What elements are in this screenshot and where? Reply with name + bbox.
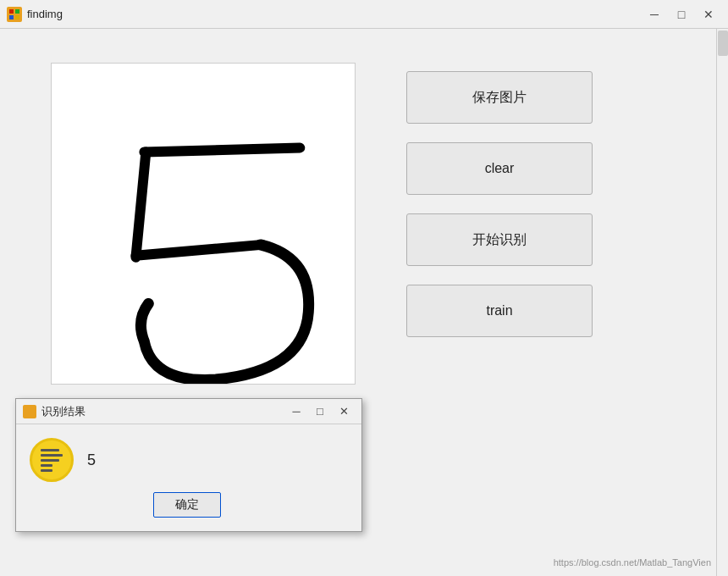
confirm-button[interactable]: 确定 (153, 492, 221, 518)
icon-line-4 (41, 464, 52, 467)
minimize-button[interactable]: ─ (642, 5, 667, 24)
svg-rect-0 (9, 9, 14, 14)
dialog-title-bar: 识别结果 ─ □ ✕ (16, 399, 361, 424)
clear-button[interactable]: clear (406, 142, 593, 195)
watermark: https://blog.csdn.net/Matlab_TangVien (554, 557, 711, 568)
app-title: findimg (27, 8, 642, 20)
drawing-canvas[interactable] (51, 63, 356, 385)
dialog-icon-lines (41, 449, 63, 472)
dialog-controls: ─ □ ✕ (285, 403, 355, 420)
dialog-maximize-button[interactable]: □ (309, 403, 331, 420)
icon-line-3 (41, 459, 59, 462)
close-button[interactable]: ✕ (696, 5, 721, 24)
dialog-info-icon (30, 438, 74, 482)
svg-rect-3 (15, 15, 19, 19)
dialog-footer: 确定 (30, 492, 345, 521)
button-panel: 保存图片 clear 开始识别 train (406, 63, 593, 551)
start-recognize-button[interactable]: 开始识别 (406, 213, 593, 266)
train-button[interactable]: train (406, 285, 593, 337)
icon-line-2 (41, 454, 63, 457)
dialog-body: 5 确定 (16, 424, 361, 531)
icon-line-1 (41, 449, 59, 451)
icon-line-5 (41, 469, 52, 472)
dialog-message-row: 5 (30, 438, 96, 482)
scrollbar[interactable] (716, 29, 728, 576)
dialog-title: 识别结果 (41, 404, 285, 419)
main-title-bar: findimg ─ □ ✕ (0, 0, 728, 29)
window-controls: ─ □ ✕ (642, 5, 721, 24)
svg-rect-2 (9, 15, 14, 19)
recognition-result: 5 (87, 451, 96, 469)
dialog-minimize-button[interactable]: ─ (285, 403, 307, 420)
save-image-button[interactable]: 保存图片 (406, 71, 593, 124)
dialog-close-button[interactable]: ✕ (333, 403, 355, 420)
result-dialog: 识别结果 ─ □ ✕ 5 确定 (15, 398, 362, 532)
number-drawing (52, 64, 355, 384)
scrollbar-thumb[interactable] (718, 30, 728, 56)
svg-rect-1 (15, 9, 19, 14)
app-icon (7, 7, 22, 22)
maximize-button[interactable]: □ (669, 5, 694, 24)
dialog-app-icon (23, 405, 36, 418)
